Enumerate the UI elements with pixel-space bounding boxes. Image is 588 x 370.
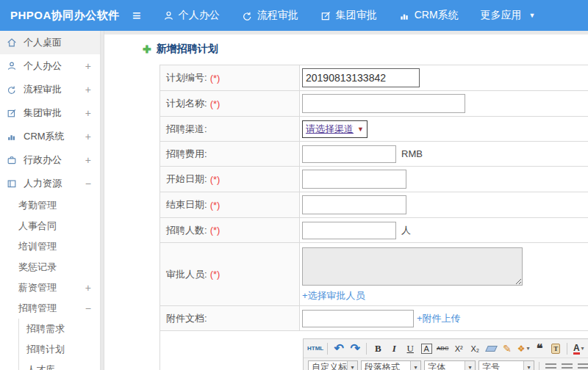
nav-group-approval[interactable]: 集团审批 — [320, 9, 377, 22]
italic-button[interactable]: I — [387, 341, 401, 356]
rich-text-editor: HTML ↶ ↷ B I U A ABC X² — [303, 338, 588, 370]
collapse-icon[interactable]: − — [85, 302, 91, 314]
caret-down-icon: ▾ — [347, 361, 357, 370]
sidebar-item-desktop[interactable]: 个人桌面 — [0, 31, 100, 54]
undo-icon[interactable]: ↶ — [331, 341, 346, 356]
sidebar-item-group-approval[interactable]: 集团审批 + — [0, 101, 100, 125]
nav-personal-office[interactable]: 个人办公 — [163, 9, 220, 22]
end-date-input[interactable] — [302, 195, 406, 214]
redo-icon[interactable]: ↷ — [348, 341, 362, 356]
paste-icon[interactable]: T — [548, 341, 563, 356]
recruit-plan-form: 计划编号: (*) 计划名称: (*) — [159, 65, 588, 370]
page-title: ✚ 新增招聘计划 — [143, 43, 588, 56]
eraser-icon[interactable] — [484, 341, 498, 356]
start-date-input[interactable] — [302, 170, 406, 189]
headcount-unit: 人 — [401, 224, 411, 237]
underline-button[interactable]: U — [403, 341, 417, 356]
app-window: PHPOA协同办公软件 ≡ 个人办公 流程审批 集团审批 CRM系统 更多应用 … — [0, 0, 588, 370]
page-title-text: 新增招聘计划 — [157, 43, 218, 56]
flow-icon — [7, 84, 18, 95]
font-button[interactable]: A — [419, 341, 434, 356]
caret-down-icon: ▼ — [529, 12, 536, 19]
sidebar-item-hr[interactable]: 人力资源 − — [0, 172, 100, 195]
align-right-icon[interactable] — [576, 360, 588, 370]
heading-select[interactable]: 自定义标题 ▾ — [308, 360, 358, 370]
briefcase-icon — [7, 155, 18, 165]
approvers-textarea[interactable] — [302, 247, 523, 286]
align-left-icon[interactable] — [543, 360, 558, 370]
attachment-input[interactable] — [302, 310, 414, 327]
subscript-button[interactable]: X₂ — [467, 341, 482, 356]
nav-more-apps[interactable]: 更多应用 ▼ — [481, 9, 536, 22]
align-center-icon[interactable] — [559, 360, 574, 370]
sidebar-item-talent-pool[interactable]: 人才库 — [19, 360, 100, 370]
sidebar-item-recruit-mgmt[interactable]: 招聘管理 − — [0, 298, 100, 319]
font-size-select[interactable]: 字号 ▾ — [478, 360, 534, 370]
sidebar-item-hr-contract[interactable]: 人事合同 — [0, 216, 100, 236]
format-brush-icon[interactable]: ✎ — [500, 341, 514, 356]
sidebar-subitem-label: 人事合同 — [18, 220, 57, 233]
sidebar-item-label: 流程审批 — [24, 83, 62, 96]
font-family-select[interactable]: 字体 ▾ — [424, 360, 476, 370]
strikethrough-button[interactable]: ABC — [435, 341, 450, 356]
nav-label: 更多应用 — [481, 9, 522, 22]
sidebar-item-salary[interactable]: 薪资管理 + — [0, 278, 100, 298]
sidebar-item-recruit-demand[interactable]: 招聘需求 — [19, 319, 100, 339]
expand-icon[interactable]: + — [85, 84, 91, 95]
form-row-approvers: 审批人员: (*) +选择审批人员 — [160, 243, 588, 306]
plus-icon: ✚ — [143, 43, 151, 55]
sidebar-item-training[interactable]: 培训管理 — [0, 236, 100, 257]
attachment-upload-link[interactable]: +附件上传 — [417, 312, 461, 325]
content-top-strip — [104, 31, 588, 35]
caret-down-icon: ▾ — [465, 361, 475, 370]
expand-icon[interactable]: + — [85, 107, 91, 119]
expand-icon[interactable]: + — [85, 282, 91, 294]
field-label: 结束日期: (*) — [160, 192, 300, 217]
field-label: 招聘人数: (*) — [160, 218, 300, 242]
plan-number-input[interactable] — [302, 68, 420, 87]
caret-down-icon: ▾ — [523, 361, 534, 370]
caret-down-icon: ▼ — [357, 126, 364, 133]
home-icon — [7, 37, 18, 48]
nav-label: 流程审批 — [257, 9, 298, 22]
plan-name-input[interactable] — [302, 94, 465, 113]
sidebar-item-personal-office[interactable]: 个人办公 + — [0, 54, 100, 78]
format-painter-icon[interactable]: ❖▾ — [516, 341, 531, 356]
form-row-fee: 招聘费用: RMB — [160, 142, 588, 167]
html-source-button[interactable]: HTML — [307, 341, 323, 356]
sidebar-item-label: 个人桌面 — [24, 36, 62, 49]
collapse-icon[interactable]: − — [85, 178, 91, 189]
blockquote-icon[interactable]: ❝ — [532, 341, 547, 356]
sidebar-item-rewards[interactable]: 奖惩记录 — [0, 257, 100, 278]
expand-icon[interactable]: + — [85, 60, 91, 72]
nav-flow-approval[interactable]: 流程审批 — [242, 9, 298, 22]
chart-icon — [7, 131, 18, 142]
sidebar-item-recruit-plan[interactable]: 招聘计划 — [19, 339, 100, 360]
paragraph-format-select[interactable]: 段落格式 ▾ — [361, 360, 421, 370]
sidebar-subitem-label: 人才库 — [26, 363, 55, 370]
fee-input[interactable] — [302, 145, 396, 163]
form-row-plan-no: 计划编号: (*) — [160, 65, 588, 91]
menu-icon[interactable]: ≡ — [132, 8, 141, 23]
bold-button[interactable]: B — [370, 341, 385, 356]
superscript-button[interactable]: X² — [451, 341, 466, 356]
sidebar-item-attendance[interactable]: 考勤管理 — [0, 195, 100, 216]
sidebar-item-label: 人力资源 — [24, 177, 62, 190]
sidebar-item-crm[interactable]: CRM系统 + — [0, 125, 100, 148]
form-row-end-date: 结束日期: (*) — [160, 192, 588, 218]
headcount-input[interactable] — [302, 222, 396, 239]
main-content: ✚ 新增招聘计划 计划编号: (*) 计划名称: (*) — [104, 31, 588, 370]
sidebar-item-flow-approval[interactable]: 流程审批 + — [0, 78, 100, 101]
edit-icon — [320, 10, 331, 21]
channel-select[interactable]: 请选择渠道 ▼ — [302, 120, 368, 138]
expand-icon[interactable]: + — [85, 131, 91, 142]
sidebar-item-label: 行政办公 — [24, 153, 62, 167]
expand-icon[interactable]: + — [85, 154, 91, 166]
nav-crm[interactable]: CRM系统 — [399, 9, 459, 22]
font-color-button[interactable]: A▾ — [571, 341, 586, 356]
field-label: 附件文档: — [160, 306, 300, 330]
toolbar-separator — [539, 362, 539, 370]
sidebar-item-admin-office[interactable]: 行政办公 + — [0, 148, 100, 172]
required-marker: (*) — [210, 269, 220, 280]
select-approvers-link[interactable]: +选择审批人员 — [302, 289, 365, 302]
